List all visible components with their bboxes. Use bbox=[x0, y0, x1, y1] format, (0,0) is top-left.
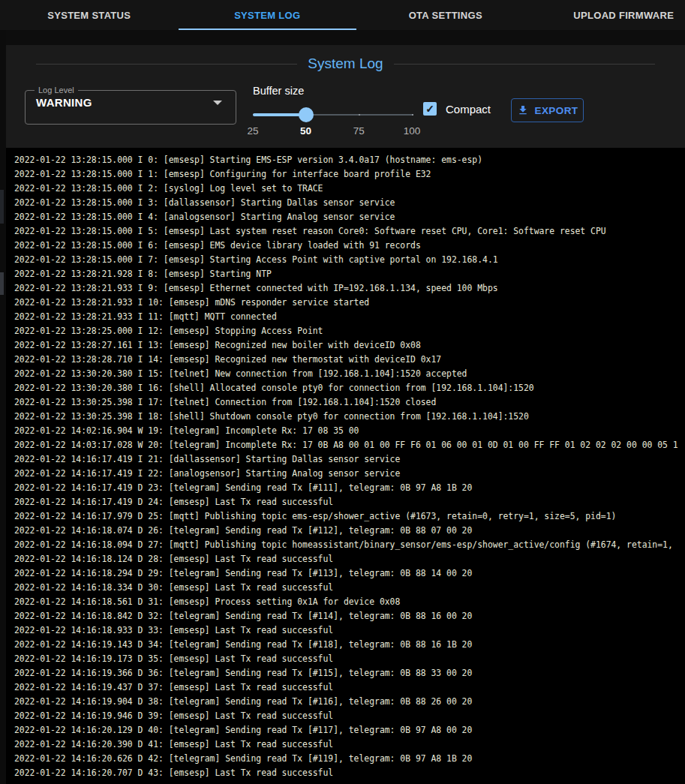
tab-system-status[interactable]: SYSTEM STATUS bbox=[0, 0, 179, 30]
log-line: 2022-01-22 13:28:21.928 I 8: [emsesp] St… bbox=[14, 267, 685, 281]
chevron-down-icon bbox=[213, 101, 222, 105]
compact-label: Compact bbox=[446, 103, 491, 116]
log-line: 2022-01-22 14:16:17.419 D 24: [emsesp] L… bbox=[14, 495, 685, 509]
log-line: 2022-01-22 14:16:19.173 D 35: [emsesp] L… bbox=[14, 652, 685, 666]
log-console[interactable]: 2022-01-22 13:28:15.000 I 0: [emsesp] St… bbox=[6, 148, 685, 784]
log-line: 2022-01-22 13:30:25.398 I 17: [telnet] C… bbox=[14, 395, 685, 410]
log-line: 2022-01-22 14:16:18.842 D 32: [telegram]… bbox=[14, 609, 685, 623]
log-level-value: WARNING bbox=[36, 96, 92, 109]
log-line: 2022-01-22 14:16:18.294 D 29: [telegram]… bbox=[14, 566, 685, 581]
log-line: 2022-01-22 14:16:19.437 D 37: [emsesp] L… bbox=[14, 680, 685, 695]
log-line: 2022-01-22 13:28:15.000 I 5: [emsesp] La… bbox=[14, 224, 685, 239]
log-line: 2022-01-22 13:28:21.933 I 9: [emsesp] Et… bbox=[14, 281, 685, 296]
log-line: 2022-01-22 14:16:17.419 I 22: [analogsen… bbox=[14, 467, 685, 481]
tab-ota-settings[interactable]: OTA SETTINGS bbox=[356, 0, 535, 30]
log-line: 2022-01-22 14:16:19.904 D 38: [telegram]… bbox=[14, 695, 685, 709]
log-line: 2022-01-22 13:28:21.933 I 11: [mqtt] MQT… bbox=[14, 310, 685, 324]
tab-label: OTA SETTINGS bbox=[409, 10, 482, 21]
log-line: 2022-01-22 14:03:17.028 W 20: [telegram]… bbox=[14, 438, 685, 452]
top-tab-bar: SYSTEM STATUS SYSTEM LOG OTA SETTINGS UP… bbox=[0, 0, 685, 30]
slider-mark bbox=[359, 114, 360, 116]
log-line: 2022-01-22 14:16:20.626 D 42: [telegram]… bbox=[14, 752, 685, 766]
divider-line bbox=[36, 64, 297, 65]
tab-upload-firmware[interactable]: UPLOAD FIRMWARE bbox=[535, 0, 685, 30]
compact-checkbox[interactable]: ✓ bbox=[423, 102, 437, 116]
slider-mark bbox=[412, 114, 413, 116]
tab-label: SYSTEM LOG bbox=[234, 10, 300, 21]
tab-system-log[interactable]: SYSTEM LOG bbox=[179, 0, 357, 30]
tick-25: 25 bbox=[247, 125, 258, 137]
log-line: 2022-01-22 13:28:28.710 I 14: [emsesp] R… bbox=[14, 353, 685, 367]
active-tab-indicator bbox=[179, 29, 357, 30]
page-title: System Log bbox=[297, 56, 393, 72]
export-button[interactable]: EXPORT bbox=[511, 98, 584, 122]
buffer-size-control: Buffer size 25 50 75 100 bbox=[253, 85, 412, 139]
log-line: 2022-01-22 13:28:15.000 I 3: [dallassens… bbox=[14, 196, 685, 210]
log-line: 2022-01-22 14:16:20.707 D 43: [emsesp] L… bbox=[14, 766, 685, 780]
log-line: 2022-01-22 13:28:15.000 I 4: [analogsens… bbox=[14, 210, 685, 224]
download-icon bbox=[517, 104, 529, 116]
checkmark-icon: ✓ bbox=[425, 103, 434, 115]
log-line: 2022-01-22 14:16:20.390 D 41: [emsesp] L… bbox=[14, 737, 685, 752]
tab-label: SYSTEM STATUS bbox=[47, 10, 131, 21]
log-line: 2022-01-22 14:16:17.979 D 25: [mqtt] Pub… bbox=[14, 509, 685, 524]
log-line: 2022-01-22 14:16:18.094 D 27: [mqtt] Pub… bbox=[14, 538, 685, 552]
log-line: 2022-01-22 13:28:27.161 I 13: [emsesp] R… bbox=[14, 338, 685, 353]
log-line: 2022-01-22 14:16:19.143 D 34: [telegram]… bbox=[14, 638, 685, 652]
slider-tick-labels: 25 50 75 100 bbox=[253, 125, 412, 139]
log-line: 2022-01-22 13:30:20.380 I 15: [telnet] N… bbox=[14, 367, 685, 381]
divider-line bbox=[394, 64, 655, 65]
log-lines: 2022-01-22 13:28:15.000 I 0: [emsesp] St… bbox=[14, 153, 685, 780]
log-line: 2022-01-22 13:28:21.933 I 10: [emsesp] m… bbox=[14, 296, 685, 310]
log-line: 2022-01-22 14:16:18.124 D 28: [emsesp] L… bbox=[14, 552, 685, 566]
log-line: 2022-01-22 14:16:17.419 D 23: [telegram]… bbox=[14, 481, 685, 495]
tick-50: 50 bbox=[300, 125, 311, 137]
log-line: 2022-01-22 14:02:16.904 W 19: [telegram]… bbox=[14, 424, 685, 438]
log-line: 2022-01-22 14:16:17.419 I 21: [dallassen… bbox=[14, 452, 685, 467]
left-edge-strip bbox=[0, 30, 6, 784]
system-log-panel: System Log Log Level WARNING Buffer size… bbox=[6, 45, 685, 784]
log-level-label: Log Level bbox=[35, 86, 78, 95]
panel-title-row: System Log bbox=[6, 56, 685, 72]
log-line: 2022-01-22 13:28:15.000 I 0: [emsesp] St… bbox=[14, 153, 685, 167]
log-line: 2022-01-22 13:28:25.000 I 12: [emsesp] S… bbox=[14, 324, 685, 338]
log-line: 2022-01-22 13:28:15.000 I 2: [syslog] Lo… bbox=[14, 182, 685, 196]
slider-thumb[interactable] bbox=[299, 107, 314, 122]
scrollbar-fragment[interactable] bbox=[0, 190, 4, 224]
buffer-size-label: Buffer size bbox=[253, 85, 412, 97]
log-line: 2022-01-22 13:30:25.398 I 18: [shell] Sh… bbox=[14, 410, 685, 424]
log-line: 2022-01-22 14:16:20.129 D 40: [telegram]… bbox=[14, 723, 685, 737]
log-line: 2022-01-22 14:16:19.366 D 36: [telegram]… bbox=[14, 666, 685, 680]
buffer-size-slider[interactable] bbox=[253, 107, 412, 122]
export-label: EXPORT bbox=[535, 105, 578, 116]
log-level-select[interactable]: Log Level WARNING bbox=[25, 86, 236, 125]
log-line: 2022-01-22 14:16:19.946 D 39: [emsesp] L… bbox=[14, 709, 685, 723]
compact-toggle[interactable]: ✓ Compact bbox=[423, 102, 491, 116]
tab-label: UPLOAD FIRMWARE bbox=[573, 10, 674, 21]
log-line: 2022-01-22 13:28:15.000 I 1: [emsesp] Co… bbox=[14, 167, 685, 182]
log-line: 2022-01-22 13:28:15.000 I 7: [emsesp] St… bbox=[14, 253, 685, 267]
scrollbar-fragment[interactable] bbox=[0, 272, 4, 295]
tick-75: 75 bbox=[353, 125, 365, 137]
log-line: 2022-01-22 14:16:18.074 D 26: [telegram]… bbox=[14, 524, 685, 538]
log-line: 2022-01-22 13:30:20.380 I 16: [shell] Al… bbox=[14, 381, 685, 395]
log-line: 2022-01-22 14:16:18.334 D 30: [emsesp] L… bbox=[14, 581, 685, 595]
tick-100: 100 bbox=[404, 125, 421, 137]
log-line: 2022-01-22 14:16:18.933 D 33: [emsesp] L… bbox=[14, 623, 685, 638]
log-line: 2022-01-22 14:16:18.561 D 31: [emsesp] P… bbox=[14, 595, 685, 609]
log-line: 2022-01-22 13:28:15.000 I 6: [emsesp] EM… bbox=[14, 239, 685, 253]
